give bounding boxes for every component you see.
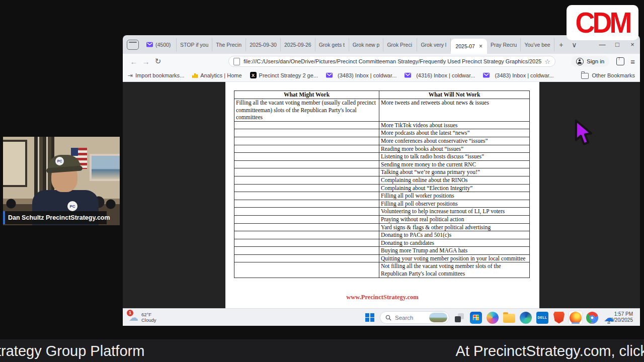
cell-will-not-work: Donating to candidates [379,239,530,247]
search-icon [385,315,391,321]
close-tab-icon[interactable]: × [479,43,482,50]
tab-list-chevron-icon[interactable]: ∨ [568,41,581,49]
share-icon[interactable] [616,57,624,65]
tab-label: (4500) [155,42,171,48]
tab-label: Grok gets t [319,42,345,48]
table-row: Filling all poll worker positions [234,192,530,200]
framed-picture [90,154,120,181]
document-icon [233,58,240,65]
taskbar-weather-widget[interactable]: ☁1 62°F Cloudy [129,312,156,323]
new-tab-button[interactable]: + [554,41,568,49]
document-page: What Might Work What Will Not Work Filli… [225,82,539,308]
mail-icon [483,72,490,78]
browser-toolbar: ← → ↻ file:///C:/Users/dan/OneDrive/Pict… [123,54,640,69]
person-icon [576,58,584,65]
chrome-button[interactable] [586,311,599,324]
tab-the-precinct[interactable]: The Precin [212,38,246,51]
running-indicator [607,322,610,324]
other-bookmarks-button[interactable]: Other Bookmarks [581,72,635,79]
bookmark-label: Analytics | Home [200,72,242,78]
cell-might-work [234,239,379,247]
tab-grok-very[interactable]: Grok very l [417,38,451,51]
tab-2025-07-active[interactable]: 2025-07 × [451,39,487,54]
edge-icon [520,312,532,324]
edge-button[interactable] [519,311,532,324]
bookmark-precinct-strategy[interactable]: X Precinct Strategy 2 ge... [250,72,318,78]
cell-might-work [234,231,379,239]
windows-taskbar: ☁1 62°F Cloudy Search DELL ☁ 1:57 PM 10 [123,308,640,326]
table-header-row: What Might Work What Will Not Work [234,91,530,99]
ticker-left-text: trategy Group Platform [0,343,144,359]
microsoft-store-button[interactable] [469,311,482,324]
cdm-logo-text: CDM [576,6,630,39]
tab-youve-been[interactable]: You've bee [521,38,554,51]
tab-label: The Precin [216,42,242,48]
table-row: Not filling all the vacant voting member… [234,262,530,278]
task-view-icon [455,313,464,322]
menu-icon[interactable]: ≡ [630,57,635,66]
tab-grok-precinct[interactable]: Grok Preci [383,38,417,51]
file-explorer-icon [503,314,515,323]
dell-icon: DELL [536,312,548,324]
folder-icon [581,73,589,79]
browser-content: What Might Work What Will Not Work Filli… [123,82,640,308]
onedrive-icon: ☁ [604,313,614,323]
forward-icon[interactable]: → [140,57,152,66]
reload-icon[interactable]: ↻ [152,57,164,66]
dell-button[interactable]: DELL [536,311,549,324]
url-text[interactable]: file:///C:/Users/dan/OneDrive/Pictures/P… [244,58,541,64]
cell-might-work [234,184,379,192]
tab-2025-09-26[interactable]: 2025-09-26 [281,38,315,51]
bookmark-inbox-4316[interactable]: (4316) Inbox | coldwar... [405,72,475,78]
onedrive-button[interactable]: ☁ [602,311,615,324]
cell-might-work: Filling all the vacant voting member (us… [234,99,379,122]
browser-window: (4500) STOP if you The Precin 2025-09-30… [123,35,640,326]
mail-icon [405,72,411,78]
table-row: Donating to PACs and 501(c)s [234,231,530,239]
back-icon[interactable]: ← [128,57,140,66]
cell-will-not-work: Sending more money to the current RNC [379,160,530,168]
tab-stop-if-you[interactable]: STOP if you [177,38,212,51]
task-view-button[interactable] [453,311,466,324]
tab-actions-icon[interactable] [127,40,139,50]
bookmark-analytics[interactable]: Analytics | Home [192,72,242,78]
file-explorer-button[interactable] [503,311,516,324]
webcam-video: PC PC Dan Schultz PrecinctStrategy.com [3,137,120,225]
tab-grok-gets[interactable]: Grok gets t [315,38,349,51]
cell-will-not-work: More podcasts about the latest “news” [379,129,530,137]
copilot-button[interactable] [486,311,499,324]
tab-inbox-4500[interactable]: (4500) [143,38,177,51]
table-row: Reading more books about “issues” [234,145,530,153]
tab-grok-new[interactable]: Grok new p [349,38,384,51]
tab-2025-09-30[interactable]: 2025-09-30 [246,38,281,51]
strategy-table: What Might Work What Will Not Work Filli… [234,90,530,278]
weather-temp: 62°F [141,312,151,317]
camo-cap [48,155,80,170]
tab-label: Grok Preci [387,42,412,48]
tab-strip: (4500) STOP if you The Precin 2025-09-30… [123,35,640,54]
cell-will-not-work: Listening to talk radio hosts discuss “i… [379,153,530,161]
x-twitter-icon: X [250,72,257,78]
tab-pray-recruit[interactable]: Pray Recru [487,38,521,51]
table-row: Filling all poll observer positions [234,200,530,208]
table-row: Yard signs & flags & other political adv… [234,223,530,231]
bookmark-star-icon[interactable]: ☆ [544,58,550,65]
table-row: Buying more Trump and MAGA hats [234,247,530,255]
firefox-button[interactable] [569,311,582,324]
running-indicator [572,322,580,324]
webcam-caption-bar: Dan Schultz PrecinctStrategy.com [3,211,107,224]
url-bar[interactable]: file:///C:/Users/dan/OneDrive/Pictures/P… [228,56,555,67]
search-label: Search [395,315,426,321]
sign-in-button[interactable]: Sign in [571,56,609,67]
search-highlight-image [429,313,447,322]
mouse-cursor [572,119,596,148]
start-button[interactable] [363,311,376,324]
tab-label: Grok new p [353,42,380,48]
taskbar-search[interactable]: Search [380,311,449,324]
cell-will-not-work: Not filling all the vacant voting member… [379,262,530,278]
bookmark-import[interactable]: ⇥ Import bookmarks... [128,72,184,79]
column-header: What Will Not Work [379,91,530,99]
bookmark-inbox-3483[interactable]: (3483) Inbox | coldwar... [326,72,396,78]
bookmark-inbox-3483-b[interactable]: (3483) Inbox | coldwar... [483,72,553,78]
brave-button[interactable] [552,311,566,324]
